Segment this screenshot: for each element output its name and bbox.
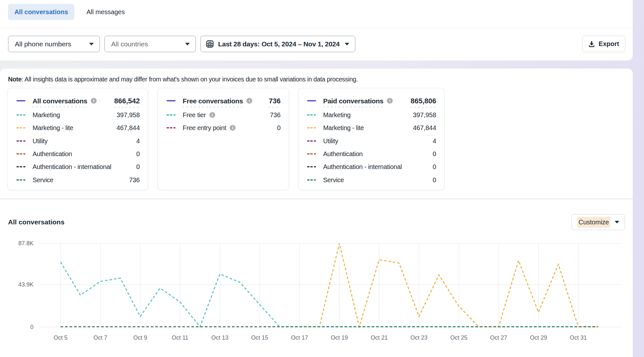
svg-text:Oct 25: Oct 25 bbox=[450, 334, 467, 341]
svg-text:Oct 29: Oct 29 bbox=[530, 334, 547, 341]
svg-text:87.8K: 87.8K bbox=[18, 240, 34, 247]
svg-text:Oct 31: Oct 31 bbox=[570, 334, 587, 341]
svg-text:Oct 13: Oct 13 bbox=[211, 334, 228, 341]
svg-text:Oct 19: Oct 19 bbox=[331, 334, 348, 341]
svg-text:0: 0 bbox=[30, 324, 34, 330]
svg-text:Oct 23: Oct 23 bbox=[410, 334, 428, 341]
svg-text:43.9K: 43.9K bbox=[18, 281, 34, 288]
svg-text:Oct 27: Oct 27 bbox=[490, 334, 507, 341]
svg-text:Oct 5: Oct 5 bbox=[53, 334, 67, 341]
svg-text:Oct 15: Oct 15 bbox=[251, 334, 268, 341]
svg-text:Oct 17: Oct 17 bbox=[291, 334, 308, 341]
svg-text:Oct 11: Oct 11 bbox=[172, 334, 188, 341]
svg-text:Oct 21: Oct 21 bbox=[370, 334, 388, 341]
svg-text:Oct 9: Oct 9 bbox=[133, 334, 147, 341]
svg-text:Oct 7: Oct 7 bbox=[93, 334, 107, 341]
